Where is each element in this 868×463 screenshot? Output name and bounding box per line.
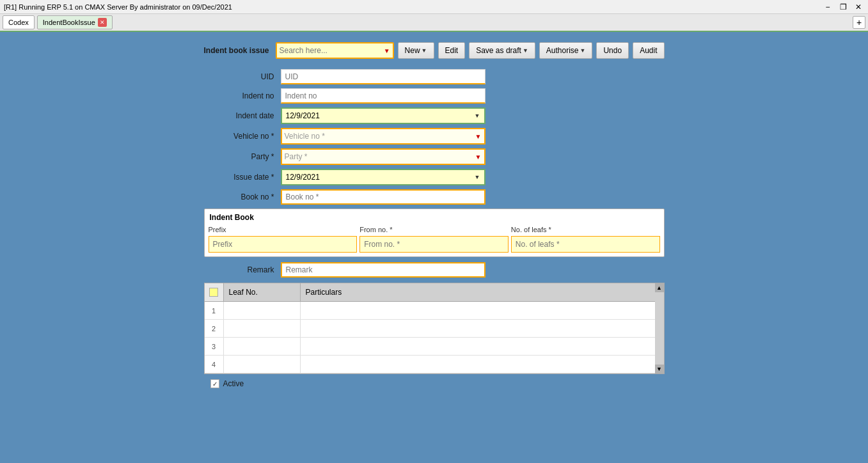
title-bar: [R1] Running ERP 5.1 on CMAX Server By a… <box>0 0 868 14</box>
tab-codex-label: Codex <box>8 19 29 26</box>
undo-button[interactable]: Undo <box>596 42 629 59</box>
indent-book-columns: Prefix From no. * No. of leafs * <box>209 226 660 253</box>
remark-label: Remark <box>204 265 281 274</box>
particulars-cell[interactable] <box>301 356 664 373</box>
issue-date-picker[interactable]: 12/9/2021 ▼ <box>281 169 485 185</box>
prefix-column: Prefix <box>209 226 358 253</box>
from-no-column: From no. * <box>359 226 509 253</box>
authorise-dropdown-icon[interactable]: ▼ <box>580 47 586 54</box>
vehicle-no-label: Vehicle no * <box>204 132 281 141</box>
indent-book-section: Indent Book Prefix From no. * No. of lea… <box>204 208 665 257</box>
toolbar: Indent book issue ▼ New ▼ Edit Save as d… <box>204 42 665 59</box>
row-num: 1 <box>205 302 224 319</box>
grid-body: 1 2 3 4 <box>205 302 664 373</box>
table-row: 4 <box>205 356 664 373</box>
uid-input[interactable] <box>281 69 485 84</box>
active-check-symbol: ✓ <box>212 381 217 388</box>
tab-indent-book-issue[interactable]: IndentBookIssue ✕ <box>37 15 113 29</box>
indent-book-title: Indent Book <box>209 213 660 222</box>
leaf-no-cell[interactable] <box>224 356 301 373</box>
issue-date-value: 12/9/2021 <box>286 173 320 182</box>
close-button[interactable]: ✕ <box>853 1 864 13</box>
particulars-cell[interactable] <box>301 320 664 337</box>
row-num: 3 <box>205 338 224 355</box>
leaf-no-cell[interactable] <box>224 320 301 337</box>
vehicle-no-text: Vehicle no * <box>285 132 325 141</box>
tab-indent-book-issue-close[interactable]: ✕ <box>98 18 107 27</box>
party-select[interactable]: Party * ▼ <box>281 148 485 165</box>
grid-header: Leaf No. Particulars <box>205 283 664 302</box>
leaf-no-cell[interactable] <box>224 302 301 319</box>
party-dropdown-icon[interactable]: ▼ <box>475 153 482 161</box>
no-of-leafs-input[interactable] <box>511 236 660 253</box>
save-draft-dropdown-icon[interactable]: ▼ <box>523 47 528 54</box>
book-no-label: Book no * <box>204 192 281 201</box>
active-label: Active <box>223 379 244 388</box>
authorise-button[interactable]: Authorise ▼ <box>539 42 593 59</box>
active-row: ✓ Active <box>204 379 665 388</box>
new-button[interactable]: New ▼ <box>398 42 434 59</box>
leaf-no-cell[interactable] <box>224 338 301 355</box>
particulars-cell[interactable] <box>301 302 664 319</box>
uid-label: UID <box>204 72 281 81</box>
book-no-input[interactable] <box>281 189 485 205</box>
table-row: 1 <box>205 302 664 320</box>
new-dropdown-icon[interactable]: ▼ <box>422 47 427 54</box>
save-as-draft-button[interactable]: Save as draft ▼ <box>469 42 535 59</box>
main-content: Indent book issue ▼ New ▼ Edit Save as d… <box>0 32 868 398</box>
from-no-input[interactable] <box>359 236 509 253</box>
remark-input[interactable] <box>281 262 485 278</box>
search-box[interactable]: ▼ <box>276 42 394 59</box>
prefix-header: Prefix <box>209 226 358 233</box>
title-bar-text: [R1] Running ERP 5.1 on CMAX Server By a… <box>4 3 232 11</box>
tab-add-button[interactable]: + <box>853 16 865 29</box>
tab-indent-book-issue-label: IndentBookIssue <box>43 19 95 26</box>
row-num: 2 <box>205 320 224 337</box>
search-input[interactable] <box>280 46 384 55</box>
from-no-header: From no. * <box>359 226 509 233</box>
audit-button[interactable]: Audit <box>633 42 664 59</box>
party-text: Party * <box>285 152 308 161</box>
prefix-input[interactable] <box>209 236 358 253</box>
edit-button[interactable]: Edit <box>438 42 466 59</box>
issue-date-label: Issue date * <box>204 173 281 182</box>
grid-leaf-no-header: Leaf No. <box>224 283 301 301</box>
indent-no-row: Indent no <box>204 88 665 104</box>
indent-date-arrow-icon[interactable]: ▼ <box>475 113 480 119</box>
indent-date-value: 12/9/2021 <box>286 111 320 120</box>
indent-no-label: Indent no <box>204 91 281 100</box>
issue-date-arrow-icon[interactable]: ▼ <box>475 174 480 180</box>
party-row: Party * Party * ▼ <box>204 148 665 165</box>
vehicle-no-row: Vehicle no * Vehicle no * ▼ <box>204 128 665 145</box>
grid-scrollbar[interactable]: ▲ ▼ <box>655 283 664 373</box>
indent-date-row: Indent date 12/9/2021 ▼ <box>204 107 665 124</box>
vehicle-no-select[interactable]: Vehicle no * ▼ <box>281 128 485 145</box>
form-label: Indent book issue <box>204 46 269 55</box>
book-no-row: Book no * <box>204 189 665 205</box>
uid-row: UID <box>204 69 665 84</box>
leaf-grid: Leaf No. Particulars 1 2 <box>204 283 665 374</box>
vehicle-no-dropdown-icon[interactable]: ▼ <box>475 133 482 140</box>
remark-row: Remark <box>204 262 665 278</box>
no-of-leafs-column: No. of leafs * <box>511 226 660 253</box>
minimize-button[interactable]: − <box>822 1 833 13</box>
indent-date-picker[interactable]: 12/9/2021 ▼ <box>281 107 485 124</box>
table-row: 3 <box>205 338 664 356</box>
table-row: 2 <box>205 320 664 338</box>
no-of-leafs-header: No. of leafs * <box>511 226 660 233</box>
grid-check-column <box>205 283 224 301</box>
restore-button[interactable]: ❐ <box>837 1 849 13</box>
particulars-cell[interactable] <box>301 338 664 355</box>
party-label: Party * <box>204 152 281 161</box>
active-checkbox[interactable]: ✓ <box>210 379 219 388</box>
row-num: 4 <box>205 356 224 373</box>
search-dropdown-icon[interactable]: ▼ <box>384 47 390 54</box>
form: UID Indent no Indent date 12/9/2021 ▼ Ve… <box>204 69 665 388</box>
indent-date-label: Indent date <box>204 111 281 120</box>
grid-particulars-header: Particulars <box>301 283 655 301</box>
tab-bar: Codex IndentBookIssue ✕ + <box>0 14 868 32</box>
tab-codex[interactable]: Codex <box>3 15 35 29</box>
title-bar-controls: − ❐ ✕ <box>822 1 864 13</box>
indent-no-input[interactable] <box>281 88 485 104</box>
issue-date-row: Issue date * 12/9/2021 ▼ <box>204 169 665 185</box>
